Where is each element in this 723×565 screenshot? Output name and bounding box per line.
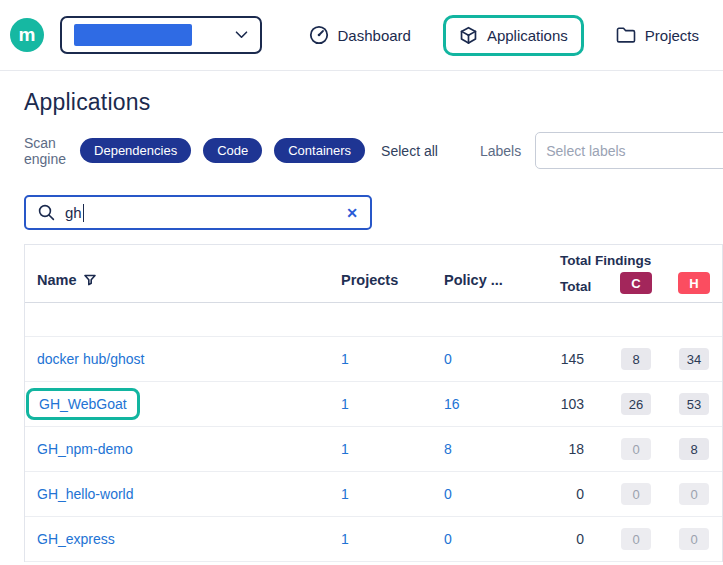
policy-violations-link[interactable]: 0 — [444, 531, 452, 547]
nav-applications-label: Applications — [487, 27, 568, 44]
filters-bar: Scan engine Dependencies Code Containers… — [24, 132, 723, 169]
folder-icon — [616, 26, 636, 44]
webgoat-highlight-ring: GH_WebGoat — [26, 388, 140, 420]
high-count-badge: 0 — [679, 528, 709, 550]
pill-dependencies[interactable]: Dependencies — [80, 138, 191, 163]
applications-table: Total Findings Name Projects Policy ... … — [24, 244, 723, 562]
table-row: docker hub/ghost 1 0 145 8 34 — [25, 337, 722, 382]
policy-violations-link[interactable]: 0 — [444, 486, 452, 502]
projects-count-link[interactable]: 1 — [341, 531, 349, 547]
high-count-badge: 0 — [679, 483, 709, 505]
high-severity-badge[interactable]: H — [678, 272, 710, 294]
scan-engine-label: Scan engine — [24, 135, 66, 167]
text-caret — [83, 204, 84, 222]
org-selector-dropdown[interactable] — [60, 16, 262, 54]
column-header-projects[interactable]: Projects — [330, 272, 435, 288]
gauge-icon — [309, 25, 329, 45]
clear-search-icon[interactable]: ✕ — [346, 206, 358, 220]
critical-count-badge: 0 — [621, 438, 651, 460]
projects-count-link[interactable]: 1 — [341, 441, 349, 457]
pill-code[interactable]: Code — [203, 138, 262, 163]
total-findings-group-header: Total Findings — [560, 253, 651, 268]
policy-violations-link[interactable]: 16 — [444, 396, 460, 412]
policy-violations-link[interactable]: 0 — [444, 351, 452, 367]
main-content: Applications Scan engine Dependencies Co… — [0, 89, 723, 562]
select-all-button[interactable]: Select all — [381, 143, 438, 159]
critical-count-badge: 0 — [621, 483, 651, 505]
column-header-policy[interactable]: Policy ... — [435, 272, 540, 288]
top-navbar: m Dashboard — [0, 0, 723, 71]
total-findings-value: 103 — [540, 396, 608, 412]
app-name-link[interactable]: GH_npm-demo — [37, 441, 133, 457]
projects-count-link[interactable]: 1 — [341, 351, 349, 367]
chevron-down-icon — [235, 31, 248, 39]
cube-icon — [459, 26, 478, 45]
app-name-link[interactable]: docker hub/ghost — [37, 351, 144, 367]
nav-applications-highlight-ring: Applications — [443, 15, 584, 56]
search-input[interactable]: gh ✕ — [24, 195, 372, 230]
search-icon — [38, 204, 55, 221]
org-name-redacted — [74, 24, 192, 46]
page-title: Applications — [24, 89, 723, 116]
search-query-text: gh — [65, 204, 82, 221]
app-name-link[interactable]: GH_hello-world — [37, 486, 133, 502]
top-nav-items: Dashboard Applications Projects — [309, 15, 699, 56]
high-count-badge: 8 — [679, 438, 709, 460]
app-name-link[interactable]: GH_WebGoat — [39, 396, 127, 412]
table-row: GH_express 1 0 0 0 0 — [25, 517, 722, 562]
column-header-name[interactable]: Name — [25, 272, 330, 288]
pill-containers[interactable]: Containers — [274, 138, 365, 163]
high-count-badge: 53 — [679, 393, 709, 415]
mend-logo: m — [10, 18, 44, 52]
app-name-link[interactable]: GH_express — [37, 531, 115, 547]
projects-count-link[interactable]: 1 — [341, 396, 349, 412]
total-findings-value: 0 — [540, 486, 608, 502]
table-row: GH_hello-world 1 0 0 0 0 — [25, 472, 722, 517]
nav-projects-label: Projects — [645, 27, 699, 44]
column-header-total[interactable]: Total — [540, 279, 608, 294]
total-findings-value: 0 — [540, 531, 608, 547]
total-findings-value: 18 — [540, 441, 608, 457]
high-count-badge: 34 — [679, 348, 709, 370]
critical-severity-badge[interactable]: C — [620, 272, 652, 294]
filter-funnel-icon[interactable] — [84, 274, 96, 286]
critical-count-badge: 26 — [621, 393, 651, 415]
nav-projects[interactable]: Projects — [616, 26, 699, 44]
policy-violations-link[interactable]: 8 — [444, 441, 452, 457]
critical-count-badge: 8 — [621, 348, 651, 370]
scan-engine-pills: Dependencies Code Containers — [80, 138, 365, 163]
labels-select-input[interactable] — [535, 132, 723, 169]
total-findings-value: 145 — [540, 351, 608, 367]
labels-label: Labels — [480, 143, 521, 159]
nav-dashboard-label: Dashboard — [338, 27, 411, 44]
table-row: GH_WebGoat 1 16 103 26 53 — [25, 382, 722, 427]
critical-count-badge: 0 — [621, 528, 651, 550]
applications-page: m Dashboard — [0, 0, 723, 565]
table-row-spacer — [25, 303, 722, 337]
table-header: Total Findings Name Projects Policy ... … — [25, 245, 722, 303]
nav-dashboard[interactable]: Dashboard — [309, 25, 411, 45]
nav-applications[interactable]: Applications — [459, 26, 568, 45]
table-row: GH_npm-demo 1 8 18 0 8 — [25, 427, 722, 472]
projects-count-link[interactable]: 1 — [341, 486, 349, 502]
